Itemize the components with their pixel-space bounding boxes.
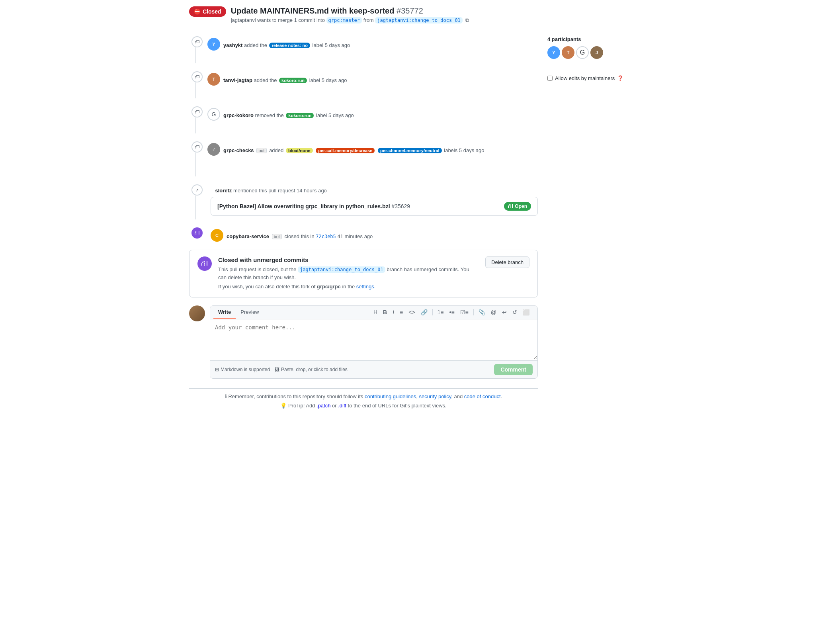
toolbar-quote[interactable]: ≡ — [398, 308, 404, 316]
attach-hint: 🖼 Paste, drop, or click to add files — [275, 367, 348, 372]
comment-tabs: Write Preview H B I ≡ <> 🔗 1≡ •≡ — [210, 306, 537, 319]
toolbar-separator — [473, 309, 474, 315]
diff-link[interactable]: .diff — [338, 403, 346, 409]
label-icon: 🏷 — [191, 36, 203, 47]
label-icon: 🏷 — [191, 71, 203, 82]
participant-avatar[interactable]: G — [576, 46, 589, 59]
timeline-content: grpc-kokoro removed the kokoro:run label… — [223, 111, 354, 118]
bot-badge: bot — [256, 148, 266, 153]
timeline-item: 🏷 G grpc-kokoro removed the kokoro:run l… — [189, 106, 538, 133]
commit-link[interactable]: 72c3eb5 — [316, 234, 336, 239]
label-badge: per-channel-memory/neutral — [378, 148, 442, 153]
participant-avatar[interactable]: Y — [547, 46, 560, 59]
label-icon: 🏷 — [191, 106, 203, 117]
label-badge: per-call-memory/decrease — [316, 148, 375, 153]
pr-title: Update MAINTAINERS.md with keep-sorted #… — [231, 6, 469, 16]
pr-subtitle: jagtaptanvi wants to merge 1 commit into… — [231, 17, 469, 23]
avatar: T — [207, 73, 220, 86]
participant-avatar[interactable]: J — [590, 46, 603, 59]
label-badge: release notes: no — [269, 43, 310, 48]
settings-link[interactable]: settings — [356, 284, 374, 290]
timeline-content: yashykt added the release notes: no labe… — [223, 41, 350, 48]
footer-tips: ℹ Remember, contributions to this reposi… — [189, 388, 538, 399]
unmerged-fork-text: If you wish, you can also delete this fo… — [218, 283, 479, 291]
toolbar-separator — [432, 309, 433, 315]
toolbar-code[interactable]: <> — [407, 308, 416, 316]
open-badge: ⛙ Open — [504, 202, 531, 211]
tab-preview[interactable]: Preview — [236, 306, 264, 319]
merge-icon: ⛔ — [194, 8, 201, 15]
timeline: 🏷 Y yashykt added the release notes: no … — [189, 36, 538, 242]
comment-input[interactable] — [210, 319, 537, 359]
contributing-guidelines-link[interactable]: contributing guidelines — [365, 393, 416, 399]
mention-icon: ↗ — [191, 184, 203, 196]
copy-icon[interactable]: ⧉ — [465, 17, 469, 23]
participant-avatar[interactable]: T — [562, 46, 574, 59]
comment-footer: ⊞ Markdown is supported 🖼 Paste, drop, o… — [210, 360, 537, 378]
delete-branch-button[interactable]: Delete branch — [485, 256, 529, 268]
allow-edits-label: Allow edits by maintainers — [555, 75, 615, 81]
security-policy-link[interactable]: security policy — [419, 393, 451, 399]
participants-list: Y T G J — [547, 46, 651, 59]
toolbar-bold[interactable]: B — [381, 308, 389, 316]
label-badge: kokoro:run — [279, 78, 307, 83]
toolbar-attach[interactable]: 📎 — [477, 308, 487, 316]
timeline-item: ↗ — sloretz mentioned this pull request … — [189, 184, 538, 219]
toolbar-ordered-list[interactable]: 1≡ — [436, 308, 445, 316]
help-icon[interactable]: ❓ — [617, 75, 623, 81]
bot-badge: bot — [272, 234, 282, 239]
sidebar: 4 participants Y T G J Allow edits by ma… — [547, 36, 651, 409]
participants-label: 4 participants — [547, 36, 651, 42]
comment-submit-button[interactable]: Comment — [494, 364, 533, 375]
unmerged-title: Closed with unmerged commits — [218, 256, 479, 263]
pr-status-badge: ⛔ Closed — [189, 6, 226, 17]
label-icon: 🏷 — [191, 141, 203, 153]
toolbar-ref[interactable]: ↩ — [500, 308, 508, 316]
referenced-pr-box: [Python Bazel] Allow overwriting grpc_li… — [211, 197, 538, 216]
timeline-item: 🏷 Y yashykt added the release notes: no … — [189, 36, 538, 63]
referenced-pr-title: [Python Bazel] Allow overwriting grpc_li… — [217, 203, 410, 209]
branch-code: jagtaptanvi:change_to_docs_01 — [298, 266, 385, 273]
comment-box: Write Preview H B I ≡ <> 🔗 1≡ •≡ — [210, 305, 538, 379]
protip: 💡 ProTip! Add .patch or .diff to the end… — [189, 403, 538, 409]
unmerged-text: Closed with unmerged commits This pull r… — [218, 256, 479, 291]
label-badge: bloat/none — [286, 148, 313, 153]
timeline-content: copybara-service bot closed this in 72c3… — [227, 232, 373, 239]
markdown-supported: ⊞ Markdown is supported — [215, 367, 270, 372]
label-badge: kokoro:run — [286, 113, 314, 118]
timeline-item: 🏷 ✓ grpc-checks bot added bloat/none per… — [189, 141, 538, 176]
timeline-content: — sloretz mentioned this pull request 14… — [211, 186, 538, 194]
timeline-content: grpc-checks bot added bloat/none per-cal… — [223, 146, 484, 153]
code-of-conduct-link[interactable]: code of conduct — [464, 393, 501, 399]
timeline-item: 🏷 T tanvi-jagtap added the kokoro:run la… — [189, 71, 538, 98]
toolbar-fullscreen[interactable]: ⬜ — [521, 308, 531, 316]
unmerged-commits-box: ⛙ Closed with unmerged commits This pull… — [189, 250, 538, 297]
unmerged-icon: ⛙ — [197, 256, 212, 271]
avatar: ✓ — [207, 143, 220, 156]
add-comment-section: Write Preview H B I ≡ <> 🔗 1≡ •≡ — [189, 305, 538, 379]
participants-section: 4 participants Y T G J — [547, 36, 651, 67]
toolbar-heading[interactable]: H — [372, 308, 379, 316]
avatar: C — [211, 229, 223, 242]
tab-write[interactable]: Write — [213, 306, 236, 319]
timeline-content: tanvi-jagtap added the kokoro:run label … — [223, 76, 347, 83]
toolbar-link[interactable]: 🔗 — [419, 308, 429, 316]
toolbar-undo[interactable]: ↺ — [511, 308, 519, 316]
timeline-item: ⛙ C copybara-service bot closed this in … — [189, 227, 538, 242]
toolbar-unordered-list[interactable]: •≡ — [448, 308, 456, 316]
avatar: Y — [207, 38, 220, 51]
comment-toolbar: H B I ≡ <> 🔗 1≡ •≡ ☑≡ 📎 @ — [369, 306, 534, 319]
comment-tab-group: Write Preview — [213, 306, 264, 319]
toolbar-task-list[interactable]: ☑≡ — [459, 308, 470, 316]
patch-link[interactable]: .patch — [316, 403, 330, 409]
allow-edits-checkbox[interactable] — [547, 76, 553, 81]
avatar: G — [207, 108, 220, 121]
close-icon: ⛙ — [191, 227, 203, 239]
commenter-avatar — [189, 305, 205, 321]
toolbar-italic[interactable]: I — [391, 308, 396, 316]
toolbar-mention[interactable]: @ — [489, 308, 498, 316]
status-label: Closed — [203, 8, 221, 15]
unmerged-description: This pull request is closed, but the jag… — [218, 266, 479, 281]
allow-edits-section: Allow edits by maintainers ❓ — [547, 75, 651, 81]
